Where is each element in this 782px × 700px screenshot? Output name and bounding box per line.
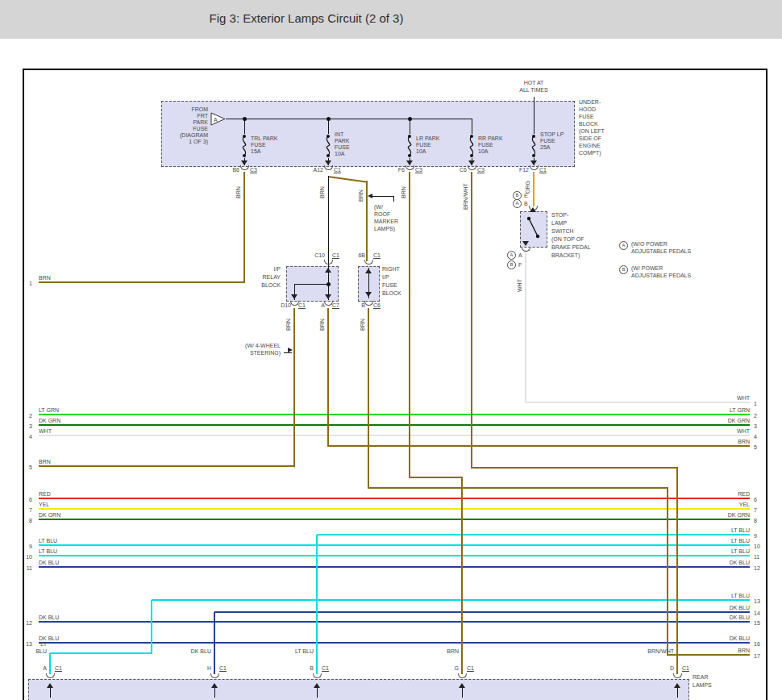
- bottom-wire-label: DK BLU: [163, 648, 211, 655]
- underhood-fuse-block: [161, 101, 575, 167]
- wire-brn: [410, 477, 463, 478]
- left-row-number: 3: [23, 423, 32, 430]
- wire-dkgrn: [39, 424, 750, 426]
- wire-color-label: WHT: [517, 279, 522, 292]
- bottom-pin: H: [190, 665, 211, 672]
- right-row-wire-label: WHT: [693, 427, 750, 435]
- wire-color-label: BRN: [319, 186, 325, 198]
- arrow-up-icon: [325, 268, 331, 273]
- fuse-name: 10A: [478, 148, 488, 155]
- fuse-icon: [405, 134, 414, 158]
- right-row-wire-label: DK GRN: [693, 417, 750, 424]
- bottom-pin: A: [26, 665, 47, 672]
- right-row-number: 8: [754, 517, 757, 524]
- triangle-a-symbol: A: [210, 112, 227, 127]
- circle-b-icon: B: [619, 265, 628, 274]
- fuse-icon: [467, 134, 476, 158]
- arrow-right-icon: [288, 348, 293, 352]
- right-row-wire-label: RED: [693, 490, 750, 498]
- wire-dkblu: [39, 566, 750, 568]
- bottom-wire-label: LT BLU: [265, 648, 314, 655]
- note-b: (W/ POWER: [631, 265, 663, 272]
- arrow-down-icon: [325, 294, 331, 299]
- roof-marker-note: MARKER: [374, 218, 398, 225]
- fuse-block-name: UNDER-: [579, 98, 601, 106]
- connection-line: [226, 119, 472, 119]
- right-row-number: 17: [754, 652, 760, 660]
- connection-line: [372, 196, 393, 197]
- arrow-up-icon: [365, 269, 372, 273]
- right-row-wire-label: BRN: [693, 647, 750, 654]
- bottom-pin: B: [293, 665, 314, 672]
- fuse-block-connector-ref: C6: [373, 302, 381, 309]
- fuse-connector-ref: C3: [415, 166, 422, 173]
- wire-brn: [368, 308, 369, 489]
- connection-line: [393, 196, 394, 202]
- wire-ltblu: [316, 535, 318, 674]
- left-row-wire-label: DK GRN: [39, 417, 60, 424]
- wire-brn: [327, 445, 750, 447]
- connection-line: [534, 97, 535, 134]
- left-row-number: 6: [23, 496, 32, 503]
- left-row-wire-label: BRN: [39, 458, 51, 465]
- bottom-pin: D: [653, 665, 674, 672]
- wire-dkblu: [39, 621, 750, 623]
- bottom-connector-ref: C1: [219, 665, 227, 672]
- fuse-icon: [323, 134, 333, 158]
- fuse-icon: [529, 134, 539, 158]
- roof-marker-note: ROOF: [374, 210, 390, 218]
- wire-brn: [668, 654, 750, 656]
- junction-dot: [243, 117, 247, 121]
- right-row-wire-label: LT BLU: [693, 537, 750, 544]
- wire-dkblu: [214, 612, 215, 674]
- fuse-pin: B6: [218, 166, 239, 173]
- wire-ltblu: [39, 555, 750, 556]
- left-row-wire-label: WHT: [39, 427, 52, 435]
- wire-brn: [461, 477, 463, 674]
- left-row-number: 1: [23, 280, 32, 287]
- circle-a-icon: A: [619, 241, 628, 250]
- wire-wht: [526, 402, 750, 403]
- fuse-block-name: (ON LEFT: [579, 127, 605, 135]
- wire-ltblu: [152, 599, 750, 601]
- relay-block-name: BLOCK: [248, 281, 281, 289]
- fuse-connector-ref: C1: [334, 166, 341, 173]
- left-row-number: 10: [23, 553, 32, 560]
- note-a: ADJUSTABLE PEDALS: [631, 248, 691, 255]
- fuse-connector-ref: C1: [539, 166, 547, 173]
- left-row-number: 11: [23, 565, 32, 572]
- right-row-wire-label: BRN: [693, 438, 750, 445]
- switch-name: BRAKE PEDAL: [551, 244, 591, 251]
- right-row-number: 13: [754, 598, 760, 605]
- wire-ltblu: [50, 652, 152, 654]
- bottom-wire-label: BRN: [410, 648, 459, 655]
- wire-color-label: BRN: [358, 190, 364, 202]
- left-row-wire-label: DK GRN: [39, 511, 60, 519]
- wire-red: [39, 498, 750, 499]
- right-row-wire-label: YEL: [693, 501, 750, 508]
- wire-color-label: BRN: [401, 186, 406, 198]
- left-row-number: 12: [23, 619, 32, 627]
- right-row-number: 7: [754, 506, 757, 514]
- wire-color-label: BRN: [360, 319, 365, 331]
- wire-wht: [39, 435, 750, 436]
- right-row-wire-label: LT BLU: [693, 592, 750, 599]
- switch-name: LAMP: [551, 219, 567, 227]
- fuse-block-name: COMPT): [579, 149, 601, 156]
- left-row-wire-label: RED: [39, 490, 51, 498]
- left-row-wire-label: YEL: [39, 501, 49, 508]
- fuse-connector-ref: C3: [250, 166, 257, 173]
- left-row-wire-label: DK BLU: [39, 559, 59, 566]
- right-row-wire-label: DK BLU: [693, 604, 750, 611]
- right-row-number: 3: [754, 423, 757, 430]
- bottom-wire-label: LT: [0, 640, 47, 648]
- fuse-connector-ref: C3: [477, 166, 485, 173]
- left-row-number: 4: [23, 433, 32, 440]
- title-bar: Fig 3: Exterior Lamps Circuit (2 of 3): [0, 0, 782, 39]
- left-row-wire-label: LT BLU: [39, 537, 57, 544]
- right-row-wire-label: DK BLU: [693, 614, 750, 621]
- wire-brn: [472, 467, 678, 469]
- relay-pin: A: [304, 302, 325, 309]
- fuse-pin: F12: [508, 166, 529, 173]
- bottom-pin: G: [438, 665, 459, 672]
